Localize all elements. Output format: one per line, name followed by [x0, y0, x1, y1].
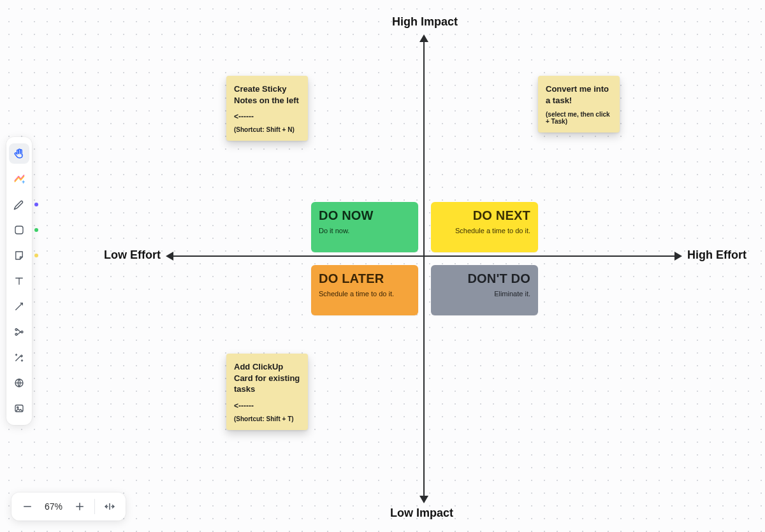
axis-label-left: Low Effort	[104, 248, 161, 262]
zoom-in-button[interactable]	[68, 494, 92, 519]
web-tool-button[interactable]	[9, 373, 29, 393]
quadrant-do-now[interactable]: DO NOW Do it now.	[311, 202, 418, 252]
quadrant-sub: Eliminate it.	[439, 290, 530, 298]
zoom-level-label[interactable]: 67%	[40, 501, 68, 512]
quadrant-sub: Do it now.	[319, 227, 411, 234]
sticky-note-tool-button[interactable]	[9, 245, 29, 266]
quadrant-title: DO NEXT	[439, 208, 530, 223]
quadrant-sub: Schedule a time to do it.	[319, 290, 411, 298]
arrow-down-icon	[419, 496, 428, 503]
sticky-arrow-text: <------	[234, 112, 300, 121]
svg-text:+: +	[22, 179, 25, 185]
ai-generate-tool-button[interactable]: +	[9, 169, 29, 189]
shape-tool-color-dot	[34, 228, 38, 232]
zoom-divider	[94, 499, 95, 514]
axis-label-right: High Effort	[687, 248, 747, 262]
pen-tool-color-dot	[34, 203, 38, 206]
magic-tool-button[interactable]	[9, 347, 29, 368]
quadrant-title: DO NOW	[319, 208, 411, 223]
quadrant-sub: Schedule a time to do it.	[439, 227, 530, 234]
sticky-arrow-text: <------	[234, 401, 300, 410]
sticky-note-clickup-card[interactable]: Add ClickUp Card for existing tasks <---…	[226, 354, 308, 430]
axis-horizontal-line	[172, 255, 676, 257]
sticky-shortcut: (Shortcut: Shift + N)	[234, 126, 300, 133]
zoom-control-bar: 67%	[11, 492, 126, 521]
quadrant-dont-do[interactable]: DON'T DO Eliminate it.	[431, 265, 538, 315]
arrow-left-icon	[166, 252, 173, 261]
relation-tool-button[interactable]	[9, 322, 29, 342]
axis-label-top: High Impact	[392, 15, 458, 29]
text-tool-button[interactable]	[9, 271, 29, 291]
svg-point-7	[17, 406, 18, 408]
hand-tool-button[interactable]	[9, 143, 29, 164]
quadrant-title: DON'T DO	[439, 271, 530, 286]
arrow-right-icon	[674, 252, 682, 261]
zoom-out-button[interactable]	[15, 494, 40, 519]
sticky-note-create[interactable]: Create Sticky Notes on the left <------ …	[226, 76, 308, 141]
shape-tool-button[interactable]	[9, 220, 29, 240]
image-tool-button[interactable]	[9, 398, 29, 419]
quadrant-do-next[interactable]: DO NEXT Schedule a time to do it.	[431, 202, 538, 252]
sticky-sub: (select me, then click + Task)	[546, 111, 612, 125]
sticky-heading: Add ClickUp Card for existing tasks	[234, 361, 300, 395]
sticky-heading: Create Sticky Notes on the left	[234, 83, 300, 106]
pen-tool-button[interactable]	[9, 194, 29, 215]
connector-tool-button[interactable]	[9, 296, 29, 317]
axis-vertical-line	[423, 40, 425, 498]
axis-label-bottom: Low Impact	[390, 507, 453, 520]
sticky-tool-color-dot	[34, 254, 38, 257]
quadrant-do-later[interactable]: DO LATER Schedule a time to do it.	[311, 265, 418, 315]
left-toolbar: +	[6, 137, 32, 425]
svg-rect-1	[15, 226, 23, 234]
zoom-fit-button[interactable]	[98, 494, 122, 519]
quadrant-title: DO LATER	[319, 271, 411, 286]
sticky-note-convert[interactable]: Convert me into a task! (select me, then…	[538, 76, 620, 133]
sticky-shortcut: (Shortcut: Shift + T)	[234, 415, 300, 422]
arrow-up-icon	[419, 34, 428, 42]
sticky-heading: Convert me into a task!	[546, 83, 612, 106]
